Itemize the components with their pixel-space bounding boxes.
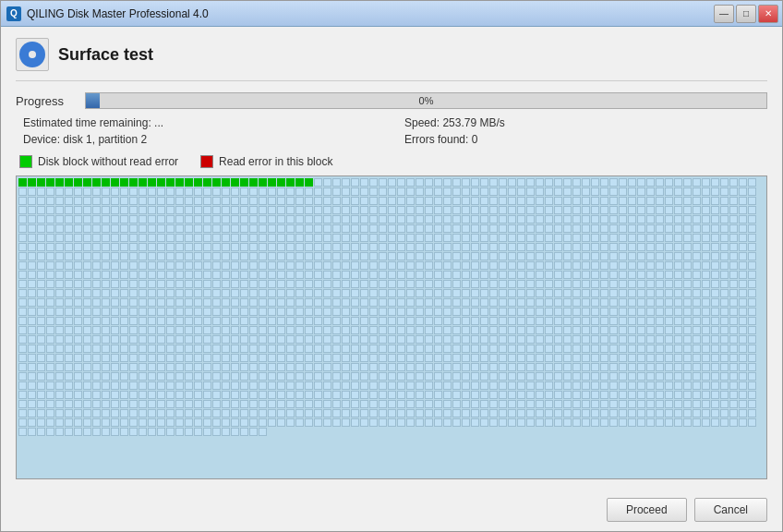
disk-block (83, 298, 91, 307)
disk-block (619, 400, 627, 408)
disk-block (656, 308, 664, 316)
disk-block (665, 224, 673, 233)
disk-block (194, 280, 202, 288)
disk-block (406, 197, 415, 205)
disk-block (37, 308, 45, 316)
disk-block (46, 400, 54, 408)
disk-block (674, 215, 682, 224)
disk-block (259, 206, 267, 214)
disk-block (111, 206, 119, 214)
disk-block (120, 243, 128, 251)
disk-block (111, 234, 119, 242)
disk-block (92, 252, 101, 260)
disk-block (342, 197, 350, 205)
disk-block (102, 234, 110, 242)
disk-block (480, 363, 488, 371)
disk-block (148, 261, 156, 270)
maximize-button[interactable]: □ (736, 5, 756, 23)
disk-block (489, 372, 498, 381)
disk-block (295, 409, 304, 417)
disk-block (665, 308, 673, 316)
disk-block (462, 354, 470, 362)
disk-block (277, 345, 285, 353)
disk-block (572, 372, 581, 381)
disk-block (157, 243, 165, 251)
disk-block (323, 289, 331, 297)
disk-block (536, 271, 544, 279)
disk-block (397, 400, 405, 408)
disk-block (572, 261, 581, 270)
disk-block (83, 187, 91, 196)
disk-block (462, 345, 470, 353)
disk-block (379, 400, 387, 408)
disk-block (443, 381, 452, 390)
disk-block (462, 178, 470, 187)
disk-block (388, 215, 396, 224)
disk-block (406, 289, 415, 297)
disk-block (351, 317, 359, 325)
disk-block (120, 326, 128, 334)
disk-block (139, 308, 147, 316)
disk-block (92, 381, 101, 390)
close-button[interactable]: ✕ (758, 5, 778, 23)
disk-block (259, 280, 267, 288)
disk-block (406, 381, 415, 390)
disk-block (526, 215, 535, 224)
disk-block (379, 326, 387, 334)
red-color-box (200, 155, 213, 168)
disk-block (545, 252, 553, 260)
disk-block (628, 252, 636, 260)
disk-block (388, 252, 396, 260)
disk-block (416, 271, 424, 279)
disk-block (148, 335, 156, 344)
disk-block (166, 428, 175, 436)
disk-block (637, 215, 645, 224)
disk-block (582, 400, 590, 408)
disk-block (305, 206, 313, 214)
disk-block (739, 243, 747, 251)
disk-block (693, 400, 701, 408)
cancel-button[interactable]: Cancel (694, 498, 767, 522)
disk-block (185, 345, 193, 353)
disk-block (609, 187, 618, 196)
disk-block (480, 317, 488, 325)
disk-block (55, 326, 64, 334)
disk-block (74, 381, 82, 390)
disk-block (600, 391, 608, 399)
proceed-button[interactable]: Proceed (607, 498, 687, 522)
disk-block (379, 243, 387, 251)
disk-block (74, 335, 82, 344)
disk-block (74, 197, 82, 205)
disk-block (222, 400, 230, 408)
disk-block (74, 243, 82, 251)
disk-block (646, 261, 655, 270)
disk-block (452, 335, 461, 344)
disk-block (129, 308, 138, 316)
disk-block (480, 308, 488, 316)
disk-block (360, 298, 368, 307)
disk-block (545, 391, 553, 399)
disk-block (693, 252, 701, 260)
disk-block (674, 271, 682, 279)
disk-block (536, 234, 544, 242)
disk-block (702, 363, 710, 371)
disk-block (683, 289, 692, 297)
disk-block (471, 243, 479, 251)
disk-block (406, 206, 415, 214)
disk-block (619, 178, 627, 187)
disk-block (609, 326, 618, 334)
disk-block (55, 308, 64, 316)
minimize-button[interactable]: — (714, 5, 734, 23)
disk-block (37, 363, 45, 371)
disk-block (609, 391, 618, 399)
disk-block (591, 418, 599, 427)
disk-block (729, 317, 738, 325)
disk-block (129, 261, 138, 270)
disk-block (416, 418, 424, 427)
disk-block (711, 418, 719, 427)
disk-block (166, 409, 175, 417)
disk-block (536, 400, 544, 408)
disk-block (323, 224, 331, 233)
disk-block (452, 391, 461, 399)
disk-block (572, 280, 581, 288)
